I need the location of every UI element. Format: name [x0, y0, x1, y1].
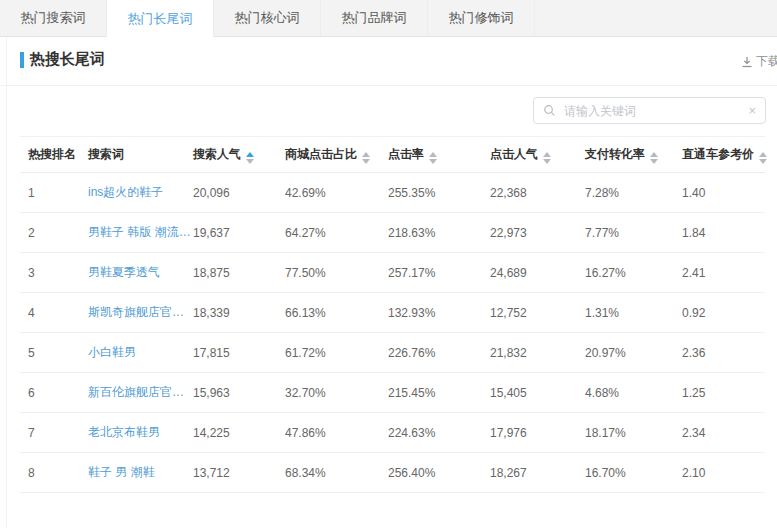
value-cell: 7.77%: [585, 213, 682, 253]
clear-search-icon[interactable]: ×: [748, 104, 756, 117]
hot-keywords-table: 热搜排名搜索词搜索人气商城点击占比点击率点击人气支付转化率直通车参考价 1ins…: [20, 136, 765, 493]
tab-4[interactable]: 热门修饰词: [428, 0, 535, 36]
sort-control[interactable]: [429, 152, 437, 164]
title-accent-bar: [20, 52, 24, 68]
value-cell: 24,689: [490, 253, 585, 293]
sort-up-icon[interactable]: [759, 152, 767, 157]
rank-cell: 3: [20, 253, 88, 293]
value-cell: 21,832: [490, 333, 585, 373]
left-divider: [6, 37, 7, 528]
value-cell: 77.50%: [285, 253, 388, 293]
tab-0[interactable]: 热门搜索词: [0, 0, 107, 36]
value-cell: 2.34: [682, 413, 765, 453]
keyword-link[interactable]: ins超火的鞋子: [88, 173, 193, 213]
sort-down-icon[interactable]: [759, 159, 767, 164]
value-cell: 16.27%: [585, 253, 682, 293]
table-row: 2男鞋子 韩版 潮流 英...19,63764.27%218.63%22,973…: [20, 213, 765, 253]
sort-down-icon[interactable]: [650, 159, 658, 164]
download-button[interactable]: 下载: [741, 53, 777, 70]
value-cell: 32.70%: [285, 373, 388, 413]
table-body: 1ins超火的鞋子20,09642.69%255.35%22,3687.28%1…: [20, 173, 765, 493]
value-cell: 257.17%: [388, 253, 490, 293]
value-cell: 18,875: [193, 253, 285, 293]
column-label: 点击人气: [490, 147, 538, 161]
value-cell: 61.72%: [285, 333, 388, 373]
table-row: 6新百伦旗舰店官方正品15,96332.70%215.45%15,4054.68…: [20, 373, 765, 413]
keyword-link[interactable]: 小白鞋男: [88, 333, 193, 373]
sort-control[interactable]: [246, 152, 254, 164]
value-cell: 2.41: [682, 253, 765, 293]
search-icon: [543, 104, 556, 117]
value-cell: 132.93%: [388, 293, 490, 333]
column-label: 热搜排名: [28, 147, 76, 161]
keyword-link[interactable]: 斯凯奇旗舰店官方旗舰: [88, 293, 193, 333]
tab-1[interactable]: 热门长尾词: [107, 0, 214, 37]
rank-cell: 6: [20, 373, 88, 413]
sort-up-icon[interactable]: [543, 152, 551, 157]
sort-down-icon[interactable]: [543, 159, 551, 164]
value-cell: 15,405: [490, 373, 585, 413]
table-row: 8鞋子 男 潮鞋13,71268.34%256.40%18,26716.70%2…: [20, 453, 765, 493]
sort-up-icon[interactable]: [246, 152, 254, 157]
tab-3[interactable]: 热门品牌词: [321, 0, 428, 36]
search-input[interactable]: [562, 103, 744, 119]
section-title-row: 热搜长尾词: [20, 50, 105, 69]
value-cell: 18,267: [490, 453, 585, 493]
column-label: 搜索人气: [193, 147, 241, 161]
download-label: 下载: [756, 53, 777, 70]
value-cell: 66.13%: [285, 293, 388, 333]
keyword-link[interactable]: 男鞋子 韩版 潮流 英...: [88, 213, 193, 253]
keyword-link[interactable]: 新百伦旗舰店官方正品: [88, 373, 193, 413]
value-cell: 68.34%: [285, 453, 388, 493]
value-cell: 18.17%: [585, 413, 682, 453]
sort-up-icon[interactable]: [362, 152, 370, 157]
sort-down-icon[interactable]: [362, 159, 370, 164]
value-cell: 22,368: [490, 173, 585, 213]
value-cell: 15,963: [193, 373, 285, 413]
value-cell: 0.92: [682, 293, 765, 333]
value-cell: 1.84: [682, 213, 765, 253]
sort-down-icon[interactable]: [246, 159, 254, 164]
column-label: 支付转化率: [585, 147, 645, 161]
value-cell: 13,712: [193, 453, 285, 493]
table-row: 1ins超火的鞋子20,09642.69%255.35%22,3687.28%1…: [20, 173, 765, 213]
table-row: 5小白鞋男17,81561.72%226.76%21,83220.97%2.36: [20, 333, 765, 373]
value-cell: 19,637: [193, 213, 285, 253]
keyword-link[interactable]: 男鞋夏季透气: [88, 253, 193, 293]
sort-up-icon[interactable]: [650, 152, 658, 157]
value-cell: 255.35%: [388, 173, 490, 213]
value-cell: 22,973: [490, 213, 585, 253]
sort-control[interactable]: [759, 152, 767, 164]
column-label: 搜索词: [88, 147, 124, 161]
value-cell: 64.27%: [285, 213, 388, 253]
value-cell: 17,815: [193, 333, 285, 373]
value-cell: 17,976: [490, 413, 585, 453]
keyword-link[interactable]: 老北京布鞋男: [88, 413, 193, 453]
sort-control[interactable]: [543, 152, 551, 164]
keyword-link[interactable]: 鞋子 男 潮鞋: [88, 453, 193, 493]
tab-2[interactable]: 热门核心词: [214, 0, 321, 36]
value-cell: 18,339: [193, 293, 285, 333]
sort-up-icon[interactable]: [429, 152, 437, 157]
keyword-search-box: ×: [533, 97, 766, 124]
value-cell: 256.40%: [388, 453, 490, 493]
value-cell: 2.10: [682, 453, 765, 493]
value-cell: 1.25: [682, 373, 765, 413]
sort-down-icon[interactable]: [429, 159, 437, 164]
value-cell: 2.36: [682, 333, 765, 373]
column-label: 直通车参考价: [682, 147, 754, 161]
value-cell: 1.31%: [585, 293, 682, 333]
page-title: 热搜长尾词: [30, 50, 105, 69]
sort-control[interactable]: [650, 152, 658, 164]
column-label: 点击率: [388, 147, 424, 161]
value-cell: 20,096: [193, 173, 285, 213]
rank-cell: 8: [20, 453, 88, 493]
value-cell: 215.45%: [388, 373, 490, 413]
section-divider: [0, 85, 777, 86]
rank-cell: 4: [20, 293, 88, 333]
rank-cell: 2: [20, 213, 88, 253]
download-icon: [741, 56, 753, 68]
sort-control[interactable]: [362, 152, 370, 164]
tab-bar: 热门搜索词热门长尾词热门核心词热门品牌词热门修饰词: [0, 0, 777, 37]
value-cell: 224.63%: [388, 413, 490, 453]
